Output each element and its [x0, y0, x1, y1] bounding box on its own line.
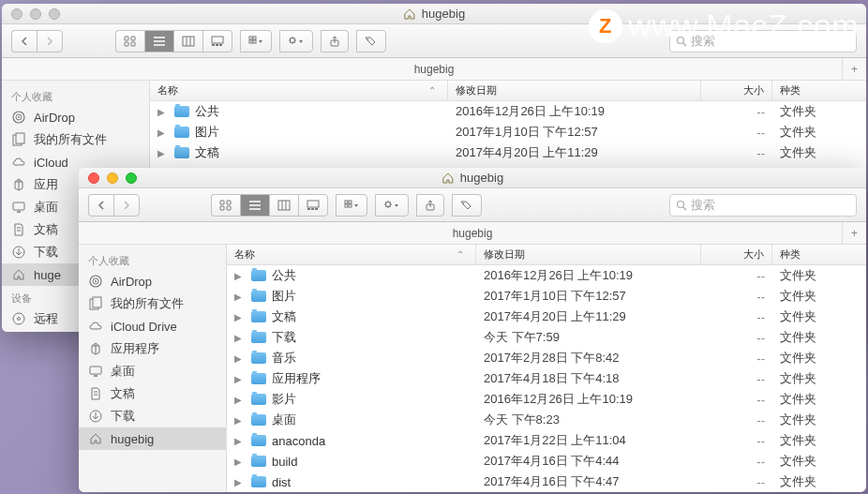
- table-row[interactable]: ▶dist2017年4月16日 下午4:47--文件夹: [227, 472, 866, 492]
- disclosure-triangle-icon[interactable]: ▶: [157, 127, 169, 138]
- docs-icon: [11, 222, 26, 237]
- titlebar[interactable]: hugebig: [79, 168, 866, 188]
- table-row[interactable]: ▶下载今天 下午7:59--文件夹: [227, 327, 866, 348]
- view-gallery-button[interactable]: [298, 194, 328, 217]
- action-button[interactable]: [279, 30, 313, 52]
- view-gallery-button[interactable]: [202, 30, 232, 52]
- tags-button[interactable]: [452, 194, 482, 217]
- sidebar-item-apps[interactable]: 应用程序: [79, 337, 226, 360]
- add-tab-button[interactable]: +: [842, 222, 866, 244]
- search-placeholder: 搜索: [691, 197, 715, 214]
- view-icons-button[interactable]: [115, 30, 144, 52]
- disclosure-triangle-icon[interactable]: ▶: [157, 148, 169, 158]
- view-list-button[interactable]: [144, 30, 173, 52]
- arrange-button[interactable]: [336, 194, 367, 217]
- disclosure-triangle-icon[interactable]: ▶: [234, 353, 246, 364]
- arrange-button[interactable]: [240, 30, 272, 52]
- close-button[interactable]: [11, 8, 22, 20]
- disclosure-triangle-icon[interactable]: ▶: [234, 333, 246, 343]
- file-date: 2017年2月28日 下午8:42: [476, 350, 701, 367]
- disclosure-triangle-icon[interactable]: ▶: [234, 395, 246, 405]
- back-button[interactable]: [11, 30, 37, 52]
- file-name: 应用程序: [272, 370, 321, 387]
- table-row[interactable]: ▶影片2016年12月26日 上午10:19--文件夹: [227, 389, 866, 410]
- svg-rect-46: [307, 208, 310, 210]
- forward-button[interactable]: [113, 194, 140, 217]
- minimize-button[interactable]: [107, 172, 118, 184]
- table-row[interactable]: ▶文稿2017年4月20日 上午11:29--文件夹: [227, 307, 866, 327]
- column-kind[interactable]: 种类: [772, 81, 866, 100]
- column-name[interactable]: 名称⌃: [150, 81, 448, 100]
- table-row[interactable]: ▶图片2017年1月10日 下午12:57--文件夹: [227, 286, 866, 307]
- svg-point-34: [18, 318, 21, 321]
- disclosure-triangle-icon[interactable]: ▶: [234, 271, 246, 281]
- table-row[interactable]: ▶音乐2017年2月28日 下午8:42--文件夹: [227, 348, 866, 368]
- file-date: 2017年4月18日 下午4:18: [476, 370, 701, 387]
- sidebar-item-home[interactable]: hugebig: [79, 427, 226, 450]
- sidebar-item-cloud[interactable]: iCloud Drive: [79, 315, 226, 337]
- column-size[interactable]: 大小: [701, 245, 772, 264]
- view-icons-button[interactable]: [211, 194, 240, 217]
- disclosure-triangle-icon[interactable]: ▶: [234, 436, 246, 446]
- sidebar-item-docs[interactable]: 文稿: [79, 382, 226, 405]
- table-row[interactable]: ▶公共2016年12月26日 上午10:19--文件夹: [227, 265, 866, 286]
- forward-button[interactable]: [37, 30, 63, 52]
- column-size[interactable]: 大小: [701, 81, 772, 100]
- column-name[interactable]: 名称⌃: [227, 245, 476, 264]
- table-row[interactable]: ▶图片2017年1月10日 下午12:57--文件夹: [150, 122, 866, 142]
- table-row[interactable]: ▶桌面今天 下午8:23--文件夹: [227, 410, 866, 430]
- disclosure-triangle-icon[interactable]: ▶: [234, 415, 246, 426]
- file-size: --: [701, 146, 772, 160]
- table-row[interactable]: ▶文稿2017年4月20日 上午11:29--文件夹: [150, 142, 866, 163]
- sidebar-item-airdrop[interactable]: AirDrop: [2, 106, 149, 128]
- column-kind[interactable]: 种类: [772, 245, 866, 264]
- share-button[interactable]: [416, 194, 444, 217]
- share-button[interactable]: [321, 30, 349, 52]
- disclosure-triangle-icon[interactable]: ▶: [157, 107, 169, 117]
- column-headers: 名称⌃ 修改日期 大小 种类: [150, 81, 866, 101]
- back-button[interactable]: [88, 194, 113, 217]
- disclosure-triangle-icon[interactable]: ▶: [234, 292, 246, 302]
- tags-button[interactable]: [356, 30, 386, 52]
- column-date[interactable]: 修改日期: [476, 245, 701, 264]
- disclosure-triangle-icon[interactable]: ▶: [234, 312, 246, 322]
- sidebar-item-desktop[interactable]: 桌面: [79, 360, 226, 382]
- search-field[interactable]: 搜索: [669, 194, 857, 217]
- desktop-icon: [11, 200, 26, 215]
- view-mode-segment: [211, 194, 328, 217]
- svg-rect-52: [349, 204, 352, 207]
- svg-rect-38: [227, 206, 231, 210]
- close-button[interactable]: [88, 172, 99, 184]
- disclosure-triangle-icon[interactable]: ▶: [234, 457, 246, 467]
- sidebar-item-allfiles[interactable]: 我的所有文件: [79, 292, 226, 315]
- sidebar-item-downloads[interactable]: 下载: [79, 405, 226, 427]
- table-row[interactable]: ▶公共2016年12月26日 上午10:19--文件夹: [150, 101, 866, 122]
- minimize-button[interactable]: [30, 8, 41, 20]
- file-date: 2017年4月20日 上午11:29: [448, 144, 701, 161]
- view-list-button[interactable]: [240, 194, 269, 217]
- zoom-button[interactable]: [126, 172, 137, 184]
- table-row[interactable]: ▶应用程序2017年4月18日 下午4:18--文件夹: [227, 368, 866, 389]
- file-size: --: [701, 475, 772, 489]
- view-columns-button[interactable]: [173, 30, 202, 52]
- svg-point-20: [367, 38, 369, 40]
- action-button[interactable]: [375, 194, 409, 217]
- sidebar-item-allfiles[interactable]: 我的所有文件: [2, 128, 149, 151]
- sidebar-header-favorites: 个人收藏: [2, 84, 149, 106]
- column-date[interactable]: 修改日期: [448, 81, 701, 100]
- disclosure-triangle-icon[interactable]: ▶: [234, 374, 246, 384]
- disclosure-triangle-icon[interactable]: ▶: [234, 477, 246, 487]
- folder-icon: [251, 394, 266, 405]
- pathbar-text[interactable]: hugebig: [414, 63, 455, 76]
- view-columns-button[interactable]: [269, 194, 298, 217]
- file-name: 公共: [272, 267, 296, 284]
- table-row[interactable]: ▶anaconda2017年1月22日 上午11:04--文件夹: [227, 430, 866, 451]
- folder-icon: [251, 311, 266, 322]
- zoom-button[interactable]: [49, 8, 60, 20]
- window-title: hugebig: [403, 7, 465, 21]
- add-tab-button[interactable]: +: [842, 58, 866, 80]
- svg-rect-0: [125, 37, 128, 40]
- pathbar-text[interactable]: hugebig: [453, 227, 493, 240]
- table-row[interactable]: ▶build2017年4月16日 下午4:44--文件夹: [227, 451, 866, 472]
- sidebar-item-airdrop[interactable]: AirDrop: [79, 270, 226, 292]
